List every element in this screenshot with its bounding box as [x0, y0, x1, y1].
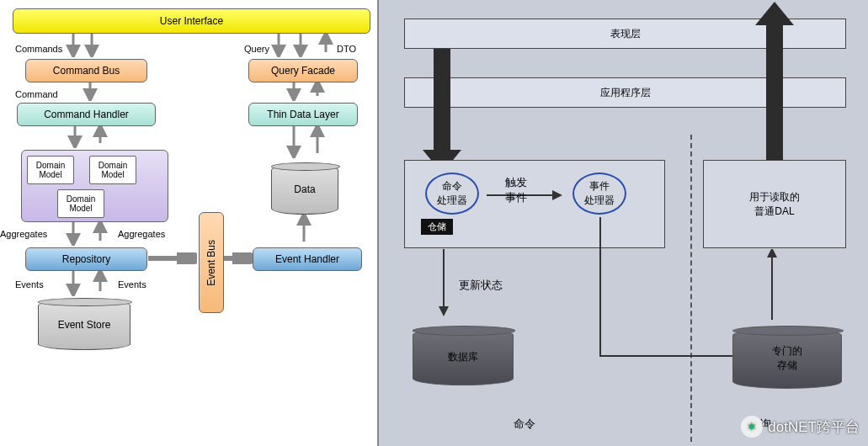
command-bus-label: Command Bus: [53, 65, 120, 77]
domain-container: Domain Model Domain Model Domain Model: [21, 150, 168, 222]
command-bottom-label: 命令: [514, 417, 535, 432]
event-store-cyl: Event Store: [38, 300, 130, 350]
ui-label: User Interface: [160, 15, 223, 27]
repository-box: Repository: [25, 247, 147, 271]
data-cyl: Data: [271, 164, 338, 215]
thin-data-layer-label: Thin Data Layer: [267, 109, 338, 120]
database-label: 数据库: [448, 350, 478, 364]
command-handler-box: Command Handler: [17, 103, 156, 126]
event-handler-label: Event Handler: [275, 253, 339, 265]
dedicated-store-label: 专门的 存储: [772, 344, 802, 373]
events-right-label: Events: [118, 279, 146, 289]
commands-label: Commands: [15, 44, 62, 54]
dto-label: DTO: [337, 44, 356, 54]
domain-model-3: Domain Model: [57, 189, 104, 218]
data-label: Data: [294, 183, 315, 195]
wechat-icon: ✶: [741, 416, 763, 438]
read-dal-label: 用于读取的 普通DAL: [749, 190, 800, 219]
command-bus-box: Command Bus: [25, 59, 147, 82]
event-store-label: Event Store: [58, 319, 111, 331]
thin-data-layer-box: Thin Data Layer: [248, 103, 358, 126]
aggregates-right-label: Aggregates: [118, 229, 165, 239]
left-diagram: User Interface Commands Command Bus Comm…: [0, 0, 379, 446]
big-arrow-down-icon: [421, 49, 463, 175]
watermark: ✶ dotNET跨平台: [741, 416, 860, 438]
repo-tag: 仓储: [421, 219, 453, 235]
cmd-handler-label: 命令 处理器: [437, 179, 467, 208]
query-facade-label: Query Facade: [271, 65, 335, 77]
right-diagram: 表现层 应用程序层 命令 处理器 仓储 触发 事件 事件 处理器 用于读取的 普…: [379, 0, 868, 446]
database-cyl: 数据库: [413, 328, 514, 385]
events-left-label: Events: [15, 279, 44, 289]
update-state-label: 更新状态: [459, 278, 503, 293]
command-label: Command: [15, 89, 58, 99]
trigger-label: 触发: [505, 175, 527, 190]
event-word-label: 事件: [505, 190, 527, 205]
query-facade-box: Query Facade: [248, 59, 358, 82]
event-handler-circle-label: 事件 处理器: [584, 179, 615, 208]
big-arrow-up-icon: [754, 0, 796, 173]
repo-tag-label: 仓储: [428, 221, 446, 231]
aggregates-left-label: Aggregates: [0, 229, 47, 239]
presentation-layer-label: 表现层: [610, 27, 641, 41]
dedicated-store-cyl: 专门的 存储: [732, 328, 842, 389]
query-label: Query: [244, 44, 269, 54]
application-layer-label: 应用程序层: [600, 86, 651, 100]
event-bus-label: Event Bus: [205, 240, 217, 286]
event-handler-circle: 事件 处理器: [572, 173, 626, 215]
cmd-handler-circle: 命令 处理器: [425, 173, 479, 215]
command-handler-label: Command Handler: [44, 109, 129, 120]
repository-label: Repository: [62, 253, 110, 265]
domain-model-1: Domain Model: [27, 156, 74, 184]
watermark-text: dotNET跨平台: [768, 417, 860, 437]
ui-box: User Interface: [13, 8, 370, 34]
event-bus-box: Event Bus: [199, 212, 224, 313]
event-handler-box: Event Handler: [253, 247, 362, 271]
domain-model-2: Domain Model: [89, 156, 136, 184]
